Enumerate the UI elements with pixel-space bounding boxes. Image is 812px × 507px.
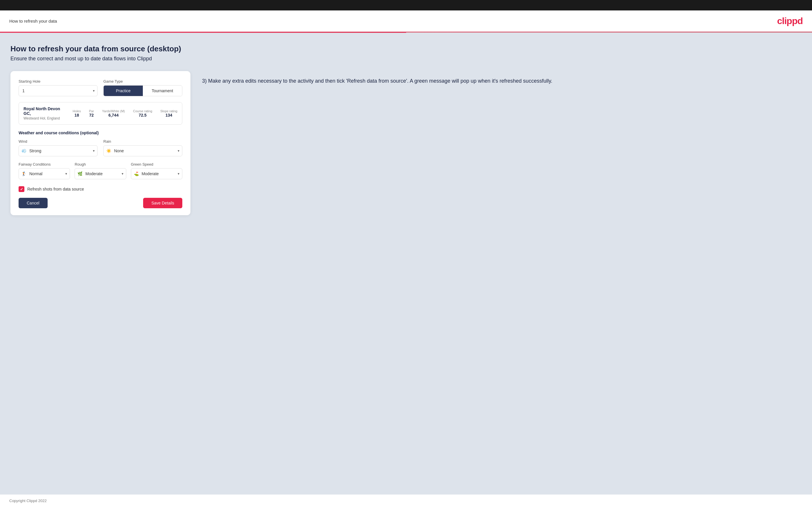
- starting-hole-label: Starting Hole: [18, 79, 98, 83]
- top-bar: [0, 0, 812, 10]
- save-button[interactable]: Save Details: [143, 198, 182, 208]
- weather-section-label: Weather and course conditions (optional): [18, 130, 182, 135]
- green-speed-select[interactable]: Moderate: [131, 168, 182, 179]
- rain-label: Rain: [103, 139, 182, 144]
- fairway-select-wrapper: 🏌 Normal ▾: [18, 168, 70, 179]
- par-value: 72: [89, 113, 94, 117]
- starting-hole-select[interactable]: 1: [18, 85, 98, 96]
- page-heading: How to refresh your data from source (de…: [10, 44, 802, 53]
- wind-select-wrapper: 💨 Strong ▾: [18, 145, 98, 156]
- starting-hole-field: Starting Hole 1 ▾: [18, 79, 98, 96]
- refresh-checkbox[interactable]: [18, 186, 24, 192]
- holes-value: 18: [72, 113, 81, 117]
- page-subheading: Ensure the correct and most up to date d…: [10, 56, 802, 62]
- footer: Copyright Clippd 2022: [0, 495, 812, 507]
- course-name: Royal North Devon GC,: [23, 106, 68, 116]
- wind-label: Wind: [18, 139, 98, 144]
- logo: clippd: [777, 16, 803, 26]
- edit-card: Starting Hole 1 ▾ Game Type Practice Tou…: [10, 71, 191, 215]
- rain-select-wrapper: ☀️ None ▾: [103, 145, 182, 156]
- course-stats: Holes 18 Par 72 Yards/White (M) 6,744 Co…: [72, 109, 177, 117]
- game-type-field: Game Type Practice Tournament: [103, 79, 182, 96]
- game-type-label: Game Type: [103, 79, 182, 83]
- top-fields: Starting Hole 1 ▾ Game Type Practice Tou…: [18, 79, 182, 96]
- slope-rating-label: Slope rating: [160, 109, 177, 113]
- rain-field: Rain ☀️ None ▾: [103, 139, 182, 156]
- course-rating-label: Course rating: [133, 109, 152, 113]
- button-row: Cancel Save Details: [18, 198, 182, 208]
- course-card: Royal North Devon GC, Westward Hol, Engl…: [18, 102, 182, 125]
- holes-label: Holes: [72, 109, 81, 113]
- starting-hole-select-wrapper: 1 ▾: [18, 85, 98, 96]
- yards-stat: Yards/White (M) 6,744: [102, 109, 125, 117]
- slope-rating-value: 134: [160, 113, 177, 117]
- fairway-label: Fairway Conditions: [18, 162, 70, 167]
- game-type-toggle: Practice Tournament: [103, 85, 182, 96]
- cancel-button[interactable]: Cancel: [18, 198, 48, 208]
- fairway-select[interactable]: Normal: [18, 168, 70, 179]
- course-location: Westward Hol, England: [23, 116, 68, 120]
- course-info: Royal North Devon GC, Westward Hol, Engl…: [23, 106, 68, 120]
- yards-value: 6,744: [102, 113, 125, 117]
- tournament-button[interactable]: Tournament: [143, 86, 182, 96]
- par-label: Par: [89, 109, 94, 113]
- rough-select[interactable]: Moderate: [74, 168, 126, 179]
- course-rating-value: 72.5: [133, 113, 152, 117]
- practice-button[interactable]: Practice: [104, 86, 143, 96]
- copyright: Copyright Clippd 2022: [9, 499, 47, 503]
- slope-rating-stat: Slope rating 134: [160, 109, 177, 117]
- yards-label: Yards/White (M): [102, 109, 125, 113]
- main-content: How to refresh your data from source (de…: [0, 33, 812, 495]
- wind-rain-row: Wind 💨 Strong ▾ Rain ☀️ None: [18, 139, 182, 156]
- course-rating-stat: Course rating 72.5: [133, 109, 152, 117]
- conditions-row: Fairway Conditions 🏌 Normal ▾ Rough 🌿: [18, 162, 182, 179]
- header: How to refresh your data clippd: [0, 10, 812, 32]
- holes-stat: Holes 18: [72, 109, 81, 117]
- green-speed-label: Green Speed: [131, 162, 182, 167]
- fairway-field: Fairway Conditions 🏌 Normal ▾: [18, 162, 70, 179]
- wind-select[interactable]: Strong: [18, 145, 98, 156]
- rain-select[interactable]: None: [103, 145, 182, 156]
- rough-label: Rough: [74, 162, 126, 167]
- par-stat: Par 72: [89, 109, 94, 117]
- sidebar-text: 3) Make any extra edits necessary to the…: [202, 71, 802, 85]
- sidebar-description: 3) Make any extra edits necessary to the…: [202, 77, 802, 85]
- rough-field: Rough 🌿 Moderate ▾: [74, 162, 126, 179]
- refresh-checkbox-label: Refresh shots from data source: [27, 187, 84, 191]
- refresh-checkbox-row: Refresh shots from data source: [18, 186, 182, 192]
- wind-field: Wind 💨 Strong ▾: [18, 139, 98, 156]
- rough-select-wrapper: 🌿 Moderate ▾: [74, 168, 126, 179]
- header-title: How to refresh your data: [9, 18, 57, 23]
- green-speed-select-wrapper: ⛳ Moderate ▾: [131, 168, 182, 179]
- content-row: Starting Hole 1 ▾ Game Type Practice Tou…: [10, 71, 802, 215]
- green-speed-field: Green Speed ⛳ Moderate ▾: [131, 162, 182, 179]
